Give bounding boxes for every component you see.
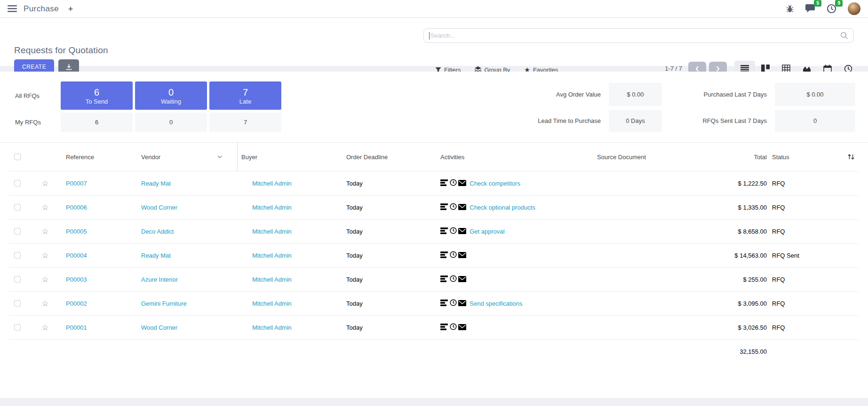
buyer-link[interactable]: Mitchell Admin xyxy=(252,180,292,187)
reference-link[interactable]: P00003 xyxy=(66,276,87,283)
my-to-send-cell[interactable]: 6 xyxy=(61,113,133,132)
column-header-deadline[interactable]: Order Deadline xyxy=(343,154,438,161)
table-row[interactable]: ☆ P00001 Wood Corner Mitchell Admin Toda… xyxy=(9,315,859,339)
pager-range: 1-7 / 7 xyxy=(665,65,682,72)
top-navbar: Purchase + 5 9 xyxy=(0,0,868,18)
table-footer-row: 32,155.00 xyxy=(9,339,859,363)
user-avatar[interactable] xyxy=(848,2,860,15)
search-input[interactable] xyxy=(430,32,840,39)
activity-link[interactable]: Check optional products xyxy=(470,204,535,211)
vendor-link[interactable]: Wood Corner xyxy=(141,204,177,211)
column-header-source[interactable]: Source Document xyxy=(590,154,725,161)
search-icon[interactable] xyxy=(840,32,848,40)
favorite-star-icon[interactable]: ☆ xyxy=(41,276,48,284)
kpi-card-waiting[interactable]: 0 Waiting xyxy=(135,81,207,110)
rfqs-sent-value: 0 xyxy=(775,110,855,132)
order-deadline-value: Today xyxy=(346,276,363,283)
my-late-cell[interactable]: 7 xyxy=(209,113,281,132)
vendor-link[interactable]: Azure Interior xyxy=(141,276,178,283)
activities-clock-icon[interactable]: 9 xyxy=(827,4,836,14)
status-badge[interactable]: RFQ Sent xyxy=(772,252,799,259)
column-header-reference[interactable]: Reference xyxy=(61,154,136,161)
vendor-link[interactable]: Gemini Furniture xyxy=(141,300,187,307)
status-badge[interactable]: RFQ xyxy=(772,324,785,331)
kpi-card-late[interactable]: 7 Late xyxy=(209,81,281,110)
column-header-vendor[interactable]: Vendor xyxy=(136,143,238,171)
buyer-link[interactable]: Mitchell Admin xyxy=(252,252,292,259)
activity-type-icon[interactable] xyxy=(440,203,466,211)
activity-type-icon[interactable] xyxy=(440,227,466,235)
purchase-app-window: Purchase + 5 9 Requests for Quotation CR… xyxy=(0,0,868,406)
favorite-star-icon[interactable]: ☆ xyxy=(41,252,48,260)
status-badge[interactable]: RFQ xyxy=(772,180,785,187)
row-checkbox[interactable] xyxy=(14,228,21,235)
table-row[interactable]: ☆ P00004 Ready Mat Mitchell Admin Today xyxy=(9,243,859,267)
select-all-checkbox[interactable] xyxy=(14,154,21,160)
row-checkbox[interactable] xyxy=(14,204,21,211)
activity-type-icon[interactable] xyxy=(440,179,466,187)
search-bar[interactable] xyxy=(423,28,854,43)
vendor-link[interactable]: Ready Mat xyxy=(141,252,171,259)
row-checkbox[interactable] xyxy=(14,324,21,331)
activity-link[interactable]: Send specifications xyxy=(470,300,522,307)
reference-link[interactable]: P00004 xyxy=(66,252,87,259)
total-amount: $ 8,658.00 xyxy=(738,228,767,235)
activity-type-icon[interactable] xyxy=(440,299,466,308)
vendor-link[interactable]: Deco Addict xyxy=(141,228,174,235)
favorite-star-icon[interactable]: ☆ xyxy=(41,203,48,211)
reference-link[interactable]: P00005 xyxy=(66,228,87,235)
order-deadline-value: Today xyxy=(346,252,363,259)
column-header-activities[interactable]: Activities xyxy=(438,154,590,161)
table-row[interactable]: ☆ P00003 Azure Interior Mitchell Admin T… xyxy=(9,267,859,291)
avg-order-value: $ 0.00 xyxy=(609,83,662,106)
buyer-link[interactable]: Mitchell Admin xyxy=(252,228,292,235)
activity-type-icon[interactable] xyxy=(440,251,466,260)
grand-total: 32,155.00 xyxy=(740,348,767,355)
column-header-buyer[interactable]: Buyer xyxy=(238,154,343,161)
status-badge[interactable]: RFQ xyxy=(772,300,785,307)
vendor-link[interactable]: Wood Corner xyxy=(141,324,177,331)
buyer-link[interactable]: Mitchell Admin xyxy=(252,300,292,307)
column-header-status[interactable]: Status xyxy=(767,154,821,161)
reference-link[interactable]: P00001 xyxy=(66,324,87,331)
row-checkbox[interactable] xyxy=(14,252,21,259)
total-amount: $ 255.00 xyxy=(743,276,767,283)
activity-type-icon[interactable] xyxy=(440,323,466,332)
reference-link[interactable]: P00006 xyxy=(66,204,87,211)
table-row[interactable]: ☆ P00006 Wood Corner Mitchell Admin Toda… xyxy=(9,195,859,219)
buyer-link[interactable]: Mitchell Admin xyxy=(252,324,292,331)
reference-link[interactable]: P00002 xyxy=(66,300,87,307)
app-title[interactable]: Purchase xyxy=(24,4,59,14)
status-badge[interactable]: RFQ xyxy=(772,228,785,235)
table-row[interactable]: ☆ P00005 Deco Addict Mitchell Admin Toda… xyxy=(9,219,859,243)
row-checkbox[interactable] xyxy=(14,276,21,283)
hamburger-menu-icon[interactable] xyxy=(8,5,17,12)
status-badge[interactable]: RFQ xyxy=(772,276,785,283)
optional-columns-icon[interactable] xyxy=(847,153,855,161)
activity-type-icon[interactable] xyxy=(440,275,466,284)
debug-bug-icon[interactable] xyxy=(786,5,794,13)
new-tab-button[interactable]: + xyxy=(68,4,73,14)
favorite-star-icon[interactable]: ☆ xyxy=(41,324,48,332)
favorite-star-icon[interactable]: ☆ xyxy=(41,300,48,308)
buyer-link[interactable]: Mitchell Admin xyxy=(252,276,292,283)
buyer-avatar xyxy=(241,324,249,332)
table-row[interactable]: ☆ P00002 Gemini Furniture Mitchell Admin… xyxy=(9,291,859,315)
status-badge[interactable]: RFQ xyxy=(772,204,785,211)
activities-count-badge: 9 xyxy=(835,0,843,7)
column-header-total[interactable]: Total xyxy=(725,154,767,161)
my-waiting-cell[interactable]: 0 xyxy=(135,113,207,132)
table-row[interactable]: ☆ P00007 Ready Mat Mitchell Admin Today … xyxy=(9,171,859,195)
row-checkbox[interactable] xyxy=(14,180,21,187)
reference-link[interactable]: P00007 xyxy=(66,180,87,187)
messages-icon[interactable]: 5 xyxy=(805,4,815,14)
total-amount: $ 14,563.00 xyxy=(734,252,767,259)
vendor-link[interactable]: Ready Mat xyxy=(141,180,171,187)
activity-link[interactable]: Check competitors xyxy=(470,180,520,187)
row-checkbox[interactable] xyxy=(14,300,21,307)
kpi-card-to-send[interactable]: 6 To Send xyxy=(61,81,133,110)
activity-link[interactable]: Get approval xyxy=(470,228,504,235)
favorite-star-icon[interactable]: ☆ xyxy=(41,179,48,187)
favorite-star-icon[interactable]: ☆ xyxy=(41,227,48,235)
buyer-link[interactable]: Mitchell Admin xyxy=(252,204,292,211)
